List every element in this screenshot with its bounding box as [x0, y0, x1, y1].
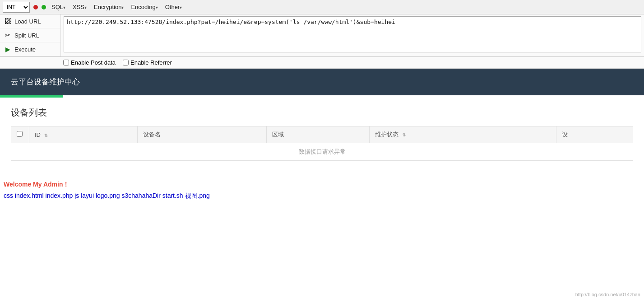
empty-message: 数据接口请求异常: [11, 143, 633, 161]
id-sort-icon[interactable]: ⇅: [44, 133, 48, 138]
enable-post-data-label[interactable]: Enable Post data: [63, 59, 116, 66]
enable-referrer-checkbox[interactable]: [123, 60, 129, 65]
split-url-icon: ✂: [4, 31, 12, 39]
output-files: css index.html index.php js layui logo.p…: [4, 190, 640, 201]
col-checkbox: [11, 126, 29, 143]
url-actions: 🖼 Load URL ✂ Split URL ▶ Execute: [0, 14, 61, 56]
int-select[interactable]: INT GET POST: [3, 2, 30, 13]
load-url-icon: 🖼: [4, 17, 12, 25]
device-table: ID ⇅ 设备名 区域 维护状态 ⇅ 设 数据接口请求: [11, 126, 633, 161]
main-content: 设备列表 ID ⇅ 设备名 区域 维护状态 ⇅: [0, 98, 644, 170]
url-input-area: http://220.249.52.133:47528/index.php?pa…: [61, 14, 644, 56]
red-dot-icon: [33, 5, 38, 9]
enable-referrer-label[interactable]: Enable Referrer: [123, 59, 172, 66]
encryption-menu[interactable]: Encryption▾: [92, 3, 125, 11]
output-welcome: Welcome My Admin！: [4, 179, 640, 190]
execute-icon: ▶: [4, 45, 12, 53]
url-panel: 🖼 Load URL ✂ Split URL ▶ Execute http://…: [0, 14, 644, 57]
xss-menu[interactable]: XSS▾: [71, 3, 88, 11]
empty-row: 数据接口请求异常: [11, 143, 633, 161]
col-device-name: 设备名: [137, 126, 266, 143]
output-area: Welcome My Admin！ css index.html index.p…: [0, 170, 644, 205]
options-row: Enable Post data Enable Referrer: [0, 57, 644, 69]
green-dot-icon: [42, 5, 46, 9]
encoding-menu[interactable]: Encoding▾: [129, 3, 159, 11]
page-title: 设备列表: [11, 107, 633, 119]
other-menu[interactable]: Other▾: [163, 3, 184, 11]
toolbar: INT GET POST SQL▾ XSS▾ Encryption▾ Encod…: [0, 0, 644, 14]
app-header-title: 云平台设备维护中心: [11, 78, 80, 86]
app-header: 云平台设备维护中心: [0, 69, 644, 95]
sql-menu[interactable]: SQL▾: [50, 3, 67, 11]
load-url-button[interactable]: 🖼 Load URL: [0, 14, 60, 28]
col-status: 维护状态 ⇅: [369, 126, 556, 143]
execute-button[interactable]: ▶ Execute: [0, 42, 60, 56]
status-sort-icon[interactable]: ⇅: [402, 132, 406, 137]
enable-post-data-checkbox[interactable]: [63, 60, 69, 65]
col-id: ID ⇅: [29, 126, 138, 143]
col-region: 区域: [266, 126, 369, 143]
url-input[interactable]: http://220.249.52.133:47528/index.php?pa…: [64, 16, 641, 52]
select-all-checkbox[interactable]: [17, 131, 23, 137]
split-url-button[interactable]: ✂ Split URL: [0, 28, 60, 42]
col-extra: 设: [556, 126, 633, 143]
